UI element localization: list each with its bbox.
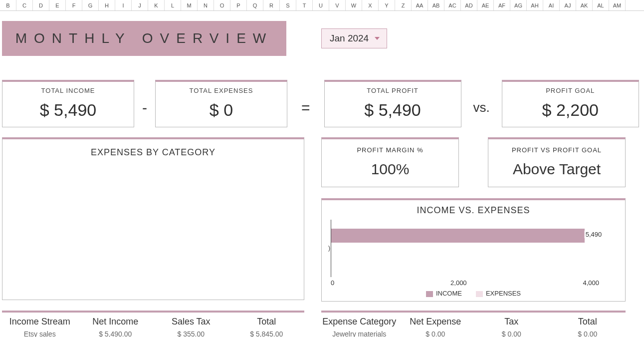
column-header[interactable]: E xyxy=(49,0,66,10)
legend-income: INCOME xyxy=(426,290,462,297)
td: $ 0.00 xyxy=(473,330,550,337)
income-vs-expenses-chart: INCOME VS. EXPENSES 5,490 ) 0 2,000 4,00… xyxy=(321,198,626,302)
panel-title: EXPENSES BY CATEGORY xyxy=(2,147,304,158)
th: Total xyxy=(550,317,626,327)
table-row: Jewelry materials $ 0.00 $ 0.00 $ 0.00 xyxy=(321,329,626,337)
td: $ 0.00 xyxy=(550,330,626,337)
column-header[interactable]: J xyxy=(132,0,148,10)
column-header[interactable]: K xyxy=(148,0,165,10)
td: Jewelry materials xyxy=(321,330,398,337)
kpi-label: TOTAL INCOME xyxy=(2,87,134,94)
column-header[interactable]: X xyxy=(362,0,379,10)
column-header[interactable]: AA xyxy=(412,0,428,10)
td: $ 0.00 xyxy=(398,330,474,337)
kpi-profit-goal: PROFIT GOAL $ 2,200 xyxy=(502,80,639,127)
chart-plot: 5,490 ) xyxy=(331,220,619,277)
column-header[interactable]: AM xyxy=(609,0,626,10)
vs-separator: vs. xyxy=(461,100,502,115)
column-header[interactable]: O xyxy=(214,0,230,10)
column-header[interactable]: L xyxy=(165,0,181,10)
table-header: Expense Category Net Expense Tax Total xyxy=(321,313,626,329)
th: Net Income xyxy=(78,317,154,327)
income-table: Income Stream Net Income Sales Tax Total… xyxy=(2,311,304,337)
column-header[interactable]: AD xyxy=(461,0,477,10)
kpi-total-expenses: TOTAL EXPENSES $ 0 xyxy=(155,80,287,127)
column-header[interactable]: I xyxy=(115,0,132,10)
column-header[interactable]: P xyxy=(230,0,247,10)
kpi-total-income: TOTAL INCOME $ 5,490 xyxy=(2,80,134,127)
column-header[interactable]: AF xyxy=(494,0,510,10)
table-header: Income Stream Net Income Sales Tax Total xyxy=(2,313,304,329)
y-axis-origin: ) xyxy=(328,245,330,252)
bar-income-label: 5,490 xyxy=(585,231,603,238)
column-header[interactable]: V xyxy=(329,0,346,10)
column-header[interactable]: G xyxy=(82,0,99,10)
kpi-profit-margin: PROFIT MARGIN % 100% xyxy=(321,137,459,187)
column-header[interactable]: M xyxy=(181,0,198,10)
tick: 2,000 xyxy=(450,279,467,287)
column-header[interactable]: AG xyxy=(510,0,527,10)
th: Tax xyxy=(473,317,550,327)
column-header[interactable]: T xyxy=(296,0,313,10)
month-dropdown[interactable]: Jan 2024 xyxy=(321,28,387,48)
kpi-profit-vs-goal: PROFIT VS PROFIT GOAL Above Target xyxy=(488,137,626,187)
td: $ 5,845.00 xyxy=(229,330,305,337)
column-header[interactable]: AL xyxy=(593,0,609,10)
column-header[interactable]: Q xyxy=(247,0,263,10)
column-header[interactable]: AJ xyxy=(560,0,576,10)
legend-expenses: EXPENSES xyxy=(476,290,521,297)
x-axis-ticks: 0 2,000 4,000 xyxy=(331,279,619,287)
kpi-value: $ 5,490 xyxy=(2,100,134,120)
column-header[interactable]: R xyxy=(263,0,280,10)
th: Sales Tax xyxy=(153,317,229,327)
chart-title: INCOME VS. EXPENSES xyxy=(328,205,619,216)
column-headers: BCDEFGHIJKLMNOPQRSTUVWXYZAAABACADAEAFAGA… xyxy=(0,0,644,11)
kpi-total-profit: TOTAL PROFIT $ 5,490 xyxy=(324,80,461,127)
column-header[interactable]: AH xyxy=(527,0,543,10)
column-header[interactable]: C xyxy=(16,0,33,10)
td: $ 5,490.00 xyxy=(78,330,154,337)
kpi-value: $ 0 xyxy=(156,100,287,120)
tick: 0 xyxy=(331,279,334,287)
equals-separator: = xyxy=(287,99,324,116)
kpi-label: PROFIT GOAL xyxy=(502,87,639,94)
th: Net Expense xyxy=(398,317,474,327)
column-header[interactable]: D xyxy=(33,0,49,10)
column-header[interactable]: Y xyxy=(379,0,395,10)
kpi-value: 100% xyxy=(322,161,458,178)
td: $ 355.00 xyxy=(153,330,229,337)
kpi-value: $ 2,200 xyxy=(502,100,639,120)
tick: 4,000 xyxy=(583,279,599,287)
column-header[interactable]: S xyxy=(280,0,296,10)
column-header[interactable]: Z xyxy=(395,0,412,10)
kpi-value: $ 5,490 xyxy=(325,100,461,120)
expense-table: Expense Category Net Expense Tax Total J… xyxy=(321,311,626,337)
column-header[interactable]: F xyxy=(66,0,82,10)
column-header[interactable]: B xyxy=(0,0,16,10)
td: Etsy sales xyxy=(2,330,78,337)
th: Expense Category xyxy=(321,317,398,327)
swatch-expenses-icon xyxy=(476,291,483,297)
table-row: Etsy sales $ 5,490.00 $ 355.00 $ 5,845.0… xyxy=(2,329,304,337)
column-header[interactable]: AE xyxy=(477,0,494,10)
chart-legend: INCOME EXPENSES xyxy=(328,290,619,297)
page-title: MONTHLY OVERVIEW xyxy=(2,21,286,56)
kpi-label: PROFIT MARGIN % xyxy=(322,146,458,154)
column-header[interactable]: AK xyxy=(576,0,593,10)
column-header[interactable]: AI xyxy=(543,0,560,10)
th: Total xyxy=(229,317,305,327)
expenses-by-category-panel: EXPENSES BY CATEGORY xyxy=(2,137,304,300)
minus-separator: - xyxy=(134,99,155,116)
column-header[interactable]: N xyxy=(198,0,214,10)
column-header[interactable]: AB xyxy=(428,0,444,10)
kpi-label: PROFIT VS PROFIT GOAL xyxy=(488,146,625,154)
swatch-income-icon xyxy=(426,291,433,297)
kpi-label: TOTAL EXPENSES xyxy=(156,87,287,94)
column-header[interactable]: H xyxy=(99,0,115,10)
bar-income xyxy=(331,229,585,243)
th: Income Stream xyxy=(2,317,78,327)
column-header[interactable]: W xyxy=(346,0,362,10)
column-header[interactable]: U xyxy=(313,0,329,10)
column-header[interactable]: AC xyxy=(444,0,461,10)
kpi-label: TOTAL PROFIT xyxy=(325,87,461,94)
